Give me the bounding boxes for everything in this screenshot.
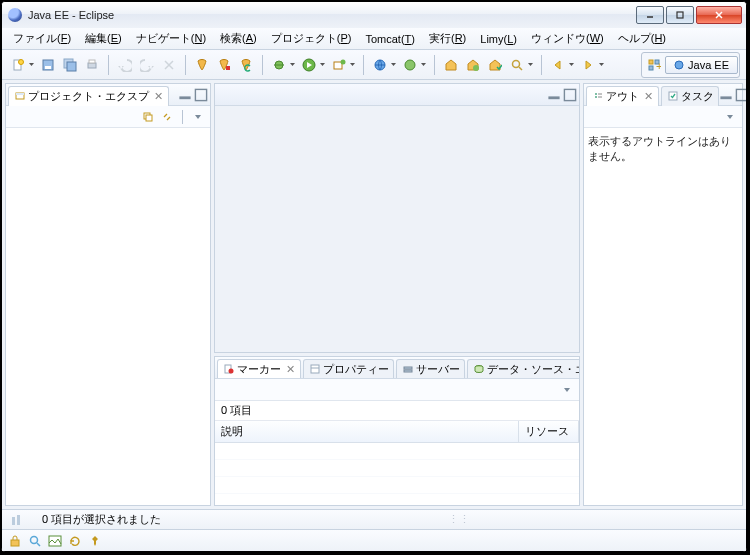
link-editor-icon[interactable] — [159, 109, 175, 125]
view-menu-icon[interactable] — [559, 382, 575, 398]
save-all-button[interactable] — [60, 55, 80, 75]
close-button[interactable] — [696, 6, 742, 24]
view-menu-icon[interactable] — [190, 109, 206, 125]
svg-point-19 — [405, 60, 415, 70]
tab-project-explorer[interactable]: プロジェクト・エクスプ ✕ — [8, 86, 169, 106]
run-last-button[interactable] — [329, 55, 349, 75]
svg-rect-25 — [649, 66, 653, 70]
svg-rect-7 — [45, 66, 51, 69]
tab-markers[interactable]: マーカー ✕ — [217, 359, 301, 379]
maximize-view-icon[interactable] — [735, 88, 746, 102]
tasks-icon — [668, 91, 678, 101]
minimize-view-icon[interactable] — [178, 88, 192, 102]
tab-tasks[interactable]: タスク — [661, 86, 719, 106]
close-icon[interactable]: ✕ — [284, 363, 296, 375]
pin-trim-icon[interactable] — [88, 534, 102, 548]
editor-area — [214, 83, 580, 353]
svg-rect-11 — [89, 60, 95, 63]
svg-rect-30 — [179, 96, 190, 99]
svg-point-49 — [595, 96, 597, 98]
status-selection: 0 項目が選択されました — [42, 512, 161, 527]
forward-button[interactable] — [578, 55, 598, 75]
tab-label: データ・ソース・エクスプロー — [487, 362, 579, 377]
menu-file[interactable]: ファイル(F) — [6, 28, 78, 49]
status-indicator-icon — [10, 513, 24, 527]
project-explorer-body[interactable] — [6, 128, 210, 505]
menu-search[interactable]: 検索(A) — [213, 28, 264, 49]
open-perspective-button[interactable]: + — [643, 54, 665, 76]
tab-label: プロジェクト・エクスプ — [28, 89, 149, 104]
markers-table-body[interactable] — [215, 443, 579, 505]
new-button[interactable] — [8, 55, 28, 75]
search-button[interactable] — [507, 55, 527, 75]
save-button[interactable] — [38, 55, 58, 75]
minimize-button[interactable] — [636, 6, 664, 24]
open-type-button[interactable] — [441, 55, 461, 75]
lock-icon[interactable] — [8, 534, 22, 548]
tab-outline[interactable]: アウト ✕ — [586, 86, 659, 106]
tab-data-source-explorer[interactable]: データ・ソース・エクスプロー — [467, 359, 579, 379]
print-button[interactable] — [82, 55, 102, 75]
minimize-view-icon[interactable] — [547, 88, 561, 102]
svg-point-27 — [675, 61, 683, 69]
tab-label: サーバー — [416, 362, 460, 377]
menu-tomcat[interactable]: Tomcat(T) — [358, 30, 422, 48]
svg-point-21 — [513, 60, 520, 67]
tomcat-stop-icon[interactable] — [214, 55, 234, 75]
svg-rect-34 — [548, 96, 559, 99]
refresh-trim-icon[interactable] — [68, 534, 82, 548]
cut-button[interactable] — [159, 55, 179, 75]
maximize-view-icon[interactable] — [563, 88, 577, 102]
menu-window[interactable]: ウィンドウ(W) — [524, 28, 611, 49]
svg-point-58 — [31, 536, 38, 543]
svg-line-22 — [519, 67, 522, 70]
svg-rect-9 — [67, 62, 76, 71]
svg-rect-56 — [17, 515, 20, 525]
tab-properties[interactable]: プロパティー — [303, 359, 394, 379]
new-server-button[interactable] — [370, 55, 390, 75]
svg-point-48 — [595, 93, 597, 95]
markers-icon — [224, 364, 234, 374]
menu-navigate[interactable]: ナビゲート(N) — [129, 28, 213, 49]
close-icon[interactable]: ✕ — [152, 90, 164, 102]
svg-rect-55 — [12, 517, 15, 525]
markers-table-header: 説明 リソース — [215, 421, 579, 443]
undo-button[interactable] — [115, 55, 135, 75]
svg-rect-54 — [736, 89, 746, 100]
tomcat-start-icon[interactable] — [192, 55, 212, 75]
menu-limy[interactable]: Limy(L) — [473, 30, 524, 48]
editor-body[interactable] — [215, 106, 579, 352]
menu-run[interactable]: 実行(R) — [422, 28, 473, 49]
tab-label: マーカー — [237, 362, 281, 377]
debug-button[interactable] — [269, 55, 289, 75]
data-source-icon — [474, 364, 484, 374]
close-icon[interactable]: ✕ — [642, 90, 654, 102]
menu-edit[interactable]: 編集(E) — [78, 28, 129, 49]
markers-body: 0 項目 説明 リソース ◂ ▸ — [215, 401, 579, 505]
bottom-view-stack: マーカー ✕ プロパティー サーバー データ・ソース・エクスプロー — [214, 356, 580, 506]
svg-rect-41 — [404, 370, 412, 372]
column-resource[interactable]: リソース — [519, 421, 579, 442]
maximize-button[interactable] — [666, 6, 694, 24]
view-menu-icon[interactable] — [722, 109, 738, 125]
minimize-view-icon[interactable] — [719, 88, 733, 102]
open-task-button[interactable] — [485, 55, 505, 75]
column-description[interactable]: 説明 — [215, 421, 519, 442]
image-trim-icon[interactable] — [48, 534, 62, 548]
open-resource-button[interactable] — [463, 55, 483, 75]
tab-servers[interactable]: サーバー — [396, 359, 465, 379]
trimbar — [2, 529, 746, 551]
search-trim-icon[interactable] — [28, 534, 42, 548]
run-button[interactable] — [299, 55, 319, 75]
redo-button[interactable] — [137, 55, 157, 75]
back-button[interactable] — [548, 55, 568, 75]
perspective-java-ee[interactable]: Java EE — [665, 56, 738, 74]
open-web-button[interactable] — [400, 55, 420, 75]
svg-point-37 — [229, 369, 234, 374]
menu-help[interactable]: ヘルプ(H) — [611, 28, 673, 49]
maximize-view-icon[interactable] — [194, 88, 208, 102]
svg-rect-29 — [16, 93, 24, 95]
menu-project[interactable]: プロジェクト(P) — [264, 28, 359, 49]
tomcat-restart-icon[interactable] — [236, 55, 256, 75]
collapse-all-icon[interactable] — [140, 109, 156, 125]
